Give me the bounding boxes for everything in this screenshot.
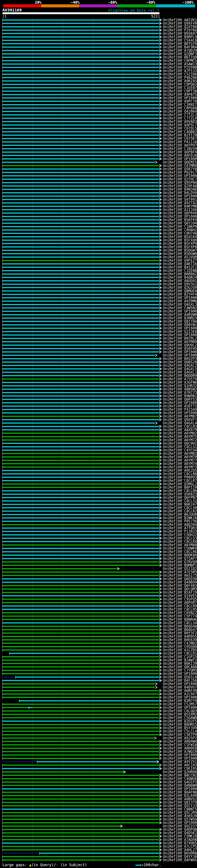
alignment-end-arrow-fill xyxy=(159,564,161,566)
scale-swatch-tick xyxy=(140,864,141,866)
alignment-bar xyxy=(3,859,159,861)
label-connector-line xyxy=(160,257,163,257)
alignment-bar xyxy=(3,846,159,847)
alignment-end-arrow-fill xyxy=(159,185,161,187)
label-connector-line xyxy=(160,718,163,718)
alignment-row[interactable]: UniRef100_Q4FWX5 xyxy=(0,859,197,862)
alignment-end-arrow-fill xyxy=(159,259,161,261)
query-title: AV391169 xyxy=(2,8,22,12)
alignment-end-arrow-fill xyxy=(159,842,161,844)
gap-legend: Large gaps: ▲(in Query)/— (in Subject) xyxy=(2,863,87,867)
alignment-end-arrow-fill xyxy=(159,713,161,715)
label-connector-line xyxy=(160,576,163,576)
alignment-bar xyxy=(3,545,159,546)
alignment-bar xyxy=(3,392,159,393)
alignment-bar xyxy=(3,487,159,488)
alignment-end-arrow-fill xyxy=(159,598,161,600)
alignment-bar xyxy=(3,602,159,603)
alignment-bar xyxy=(3,23,159,24)
alignment-end-arrow-fill xyxy=(159,131,161,133)
alignment-bar xyxy=(3,182,159,183)
alignment-end-arrow-fill xyxy=(159,720,161,722)
label-connector-line xyxy=(160,108,163,108)
alignment-bar xyxy=(3,477,159,478)
label-connector-line xyxy=(160,663,163,664)
alignment-bar xyxy=(3,524,159,525)
alignment-end-arrow-fill xyxy=(159,652,161,654)
alignment-bar xyxy=(3,260,159,261)
label-connector-line xyxy=(160,494,163,495)
label-connector-line xyxy=(160,237,163,237)
alignment-bar xyxy=(3,480,159,481)
alignment-bar xyxy=(3,842,159,844)
label-connector-line xyxy=(160,277,163,278)
alignment-end-arrow-fill xyxy=(159,84,161,85)
alignment-bar xyxy=(3,358,159,359)
alignment-bar xyxy=(3,172,159,173)
alignment-end-arrow-fill xyxy=(159,625,161,627)
label-connector-line xyxy=(160,81,163,81)
label-connector-line xyxy=(160,413,163,413)
alignment-end-arrow-fill xyxy=(159,571,161,573)
alignment-bar xyxy=(3,81,159,82)
alignment-bar xyxy=(3,778,159,779)
alignment-end-arrow-fill xyxy=(159,253,161,255)
alignment-end-arrow-fill xyxy=(159,490,161,492)
alignment-end-arrow-fill xyxy=(159,280,161,282)
alignment-end-arrow-fill xyxy=(159,320,161,322)
alignment-bar xyxy=(3,598,159,600)
alignment-bar xyxy=(3,206,159,207)
alignment-end-arrow-fill xyxy=(159,700,161,702)
label-connector-line xyxy=(160,623,163,623)
alignment-end-arrow-fill xyxy=(159,300,161,302)
alignment-bar xyxy=(3,273,159,275)
alignment-end-arrow-fill xyxy=(159,50,161,52)
label-connector-line xyxy=(160,630,163,630)
alignment-end-arrow-fill xyxy=(159,375,161,377)
alignment-end-arrow-fill xyxy=(159,97,161,99)
alignment-bar xyxy=(3,744,159,745)
label-connector-line xyxy=(160,338,163,339)
alignment-end-arrow-fill xyxy=(159,429,161,431)
alignment-bar xyxy=(3,26,159,27)
label-connector-line xyxy=(160,399,163,400)
alignment-end-arrow-fill xyxy=(159,591,161,593)
label-connector-line xyxy=(160,745,163,745)
alignment-bar xyxy=(3,280,159,281)
alignment-bar xyxy=(3,531,159,532)
alignment-bar xyxy=(3,36,159,37)
alignment-bar xyxy=(3,104,159,105)
alignment-end-arrow-fill xyxy=(120,825,122,827)
alignment-end-arrow-fill xyxy=(159,829,161,831)
alignment-bar xyxy=(3,632,159,634)
alignment-bar xyxy=(3,243,159,244)
alignment-end-arrow-fill xyxy=(159,158,161,160)
alignment-end-arrow-fill xyxy=(159,470,161,471)
alignment-bar xyxy=(3,659,159,661)
identity-key-label: ~40% xyxy=(71,0,80,5)
alignment-end-arrow-fill xyxy=(159,673,161,675)
label-connector-line xyxy=(160,196,163,196)
alignment-bar xyxy=(3,795,159,796)
alignment-bar xyxy=(3,240,159,241)
alignment-bar xyxy=(3,460,159,461)
alignment-bar xyxy=(3,148,159,149)
alignment-end-arrow-fill xyxy=(159,402,161,404)
hit-label[interactable]: UniRef100_Q4FWX5 xyxy=(163,858,197,862)
alignment-bar xyxy=(3,514,159,515)
alignment-bar xyxy=(3,798,159,800)
alignment-bar xyxy=(3,781,159,783)
label-connector-line xyxy=(160,67,163,68)
alignment-bar xyxy=(3,494,159,495)
alignment-bar xyxy=(3,856,159,857)
alignment-bar xyxy=(3,802,159,803)
alignment-bar xyxy=(3,473,159,474)
alignment-bar xyxy=(3,53,159,55)
alignment-bar xyxy=(3,192,159,193)
alignment-bar xyxy=(3,297,159,298)
alignment-bar xyxy=(3,717,159,718)
alignment-end-arrow-fill xyxy=(159,497,161,498)
alignment-end-arrow-fill xyxy=(159,802,161,803)
alignment-end-arrow-fill xyxy=(159,754,161,756)
alignment-end-arrow-fill xyxy=(159,266,161,268)
